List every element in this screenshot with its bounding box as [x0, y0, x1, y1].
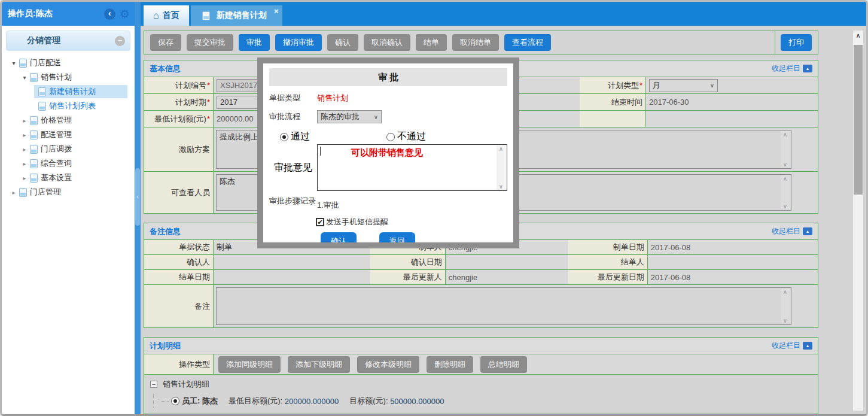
approve-button[interactable]: 审批	[239, 34, 270, 51]
sidebar-item-store-mgmt[interactable]: ▸ 门店管理	[2, 185, 135, 199]
chevron-down-icon: ∨	[710, 82, 714, 89]
update-date-value: 2017-06-08	[647, 270, 818, 284]
viewer-label: 可查看人员	[144, 172, 213, 213]
plan-period-label: 计划时期	[144, 94, 213, 110]
end-time-value: 2017-06-30	[645, 94, 818, 110]
splitter-collapse-handle[interactable]: ‹	[135, 168, 140, 226]
detail-target-label: 目标额(元):	[349, 396, 388, 406]
sidebar-item-sales-plan-list[interactable]: 销售计划列表	[2, 99, 135, 113]
text-caret	[320, 147, 321, 156]
revoke-approval-button[interactable]: 撤消审批	[275, 34, 322, 51]
scrollbar-thumb[interactable]	[854, 45, 863, 195]
collapsed-icon[interactable]: ▸	[10, 189, 17, 196]
save-button[interactable]: 保存	[150, 34, 181, 51]
approval-flow-label: 审批流程	[269, 111, 317, 122]
scroll-up-icon[interactable]: ∧	[853, 31, 863, 40]
sms-checkbox[interactable]: ✔	[316, 218, 324, 226]
sms-label: 发送手机短信提醒	[326, 217, 388, 227]
textarea-scrollbar[interactable]: ∧ ∨	[781, 131, 790, 168]
tab-home[interactable]: ⌂ 首页	[144, 5, 189, 26]
sidebar-item-store-delivery[interactable]: ▾ 门店配送	[2, 56, 135, 70]
approval-flow-select[interactable]: 陈杰的审批 ∨	[317, 110, 382, 123]
detail-employee: 员工: 陈杰	[182, 396, 218, 406]
dialog-back-button[interactable]: 返回	[379, 232, 415, 242]
confirm-person-value	[213, 255, 370, 269]
textarea-scrollbar[interactable]: ∧ ∨	[497, 145, 505, 190]
document-icon	[19, 59, 27, 68]
cancel-confirm-button[interactable]: 取消确认	[364, 34, 410, 51]
update-date-label: 最后更新日期	[568, 270, 647, 284]
op-type-label: 操作类型	[144, 354, 213, 374]
sidebar-item-delivery-mgmt[interactable]: ▸ 配送管理	[2, 127, 135, 142]
sidebar-item-combined-query[interactable]: ▸ 综合查询	[2, 156, 135, 171]
fail-radio[interactable]	[386, 133, 395, 141]
detail-item-radio[interactable]	[171, 397, 179, 405]
textarea-scrollbar[interactable]: ∧ ∨	[781, 175, 790, 209]
modify-detail-button[interactable]: 修改本级明细	[357, 356, 419, 373]
scroll-down-icon: ∨	[783, 161, 787, 168]
opinion-textarea[interactable]: 可以附带销售意见 ∧ ∨	[317, 144, 507, 191]
scroll-down-icon: ∨	[783, 203, 787, 209]
minimize-panel-icon[interactable]: −	[115, 36, 125, 46]
collapse-sidebar-icon[interactable]: ‹	[104, 8, 115, 20]
sidebar-splitter: ‹	[135, 2, 141, 414]
summarize-detail-button[interactable]: 总结明细	[480, 356, 527, 373]
app-window: 操作员:陈杰 ‹ ⚙ 分销管理 − ▾ 门店配送 ▾ 销售计划 新建销售计划	[0, 0, 868, 416]
tree-line	[153, 394, 162, 408]
collapse-up-icon: ▴	[803, 65, 812, 72]
collapse-section-button[interactable]: 收起栏目 ▴	[772, 341, 812, 351]
sidebar-item-new-sales-plan[interactable]: 新建销售计划	[2, 84, 135, 99]
delete-detail-button[interactable]: 删除明细	[427, 356, 473, 373]
collapse-section-button[interactable]: 收起栏目 ▴	[772, 63, 812, 74]
sidebar-item-basic-settings[interactable]: ▸ 基本设置	[2, 171, 135, 185]
document-icon	[202, 11, 210, 20]
pass-radio[interactable]	[280, 133, 288, 141]
incentive-label: 激励方案	[144, 127, 213, 171]
plan-type-select[interactable]: 月 ∨	[649, 79, 718, 92]
sidebar-item-sales-plan[interactable]: ▾ 销售计划	[2, 70, 135, 84]
document-icon	[30, 174, 38, 183]
detail-tree: − 销售计划明细 员工: 陈杰 最低目标额(元): 200000.000000 …	[144, 374, 818, 414]
sidebar: 操作员:陈杰 ‹ ⚙ 分销管理 − ▾ 门店配送 ▾ 销售计划 新建销售计划	[2, 2, 135, 414]
page-scrollbar[interactable]: ∧	[853, 31, 863, 411]
close-order-button[interactable]: 结单	[416, 34, 447, 51]
view-flow-button[interactable]: 查看流程	[504, 34, 551, 51]
collapsed-icon[interactable]: ▸	[21, 175, 28, 181]
make-date-label: 制单日期	[568, 240, 647, 254]
tab-new-sales-plan[interactable]: 新建销售计划 ×	[191, 5, 282, 26]
close-tab-icon[interactable]: ×	[274, 7, 279, 16]
tree-collapse-icon[interactable]: −	[150, 381, 157, 388]
add-child-detail-button[interactable]: 添加下级明细	[288, 356, 350, 373]
dialog-confirm-button[interactable]: 确认	[321, 232, 357, 242]
opinion-label: 审批意见	[269, 144, 317, 191]
collapsed-icon[interactable]: ▸	[21, 132, 28, 138]
sidebar-item-store-transfer[interactable]: ▸ 门店调拨	[2, 142, 135, 156]
gear-icon[interactable]: ⚙	[120, 8, 130, 20]
panel-title-label: 分销管理	[27, 35, 60, 46]
plan-type-label: 计划类型	[580, 77, 645, 93]
expand-icon[interactable]: ▾	[21, 74, 28, 81]
submit-approval-button[interactable]: 提交审批	[187, 34, 233, 51]
confirm-button[interactable]: 确认	[327, 34, 358, 51]
sidebar-item-price-mgmt[interactable]: ▸ 价格管理	[2, 113, 135, 127]
confirm-date-label: 确认日期	[370, 255, 445, 269]
collapsed-icon[interactable]: ▸	[21, 146, 28, 153]
empty-label-cell	[580, 111, 645, 127]
add-sibling-detail-button[interactable]: 添加同级明细	[218, 356, 281, 373]
collapsed-icon[interactable]: ▸	[21, 117, 28, 124]
document-icon	[19, 188, 27, 197]
cancel-close-order-button[interactable]: 取消结单	[452, 34, 499, 51]
updater-value: chengjie	[445, 270, 568, 284]
pass-label: 通过	[291, 130, 310, 143]
collapsed-icon[interactable]: ▸	[21, 160, 28, 167]
operator-label: 操作员:陈杰	[8, 8, 104, 19]
scroll-up-icon: ∧	[783, 175, 787, 182]
collapse-section-button[interactable]: 收起栏目 ▴	[772, 226, 812, 236]
end-time-label: 结束时间	[580, 94, 645, 110]
print-button[interactable]: 打印	[781, 34, 812, 51]
textarea-scrollbar[interactable]: ∧ ∨	[781, 289, 790, 324]
confirm-date-value	[445, 255, 568, 269]
remark-textarea[interactable]: ∧ ∨	[216, 287, 791, 325]
expand-icon[interactable]: ▾	[10, 60, 17, 66]
plan-type-cell: 月 ∨	[645, 77, 818, 93]
